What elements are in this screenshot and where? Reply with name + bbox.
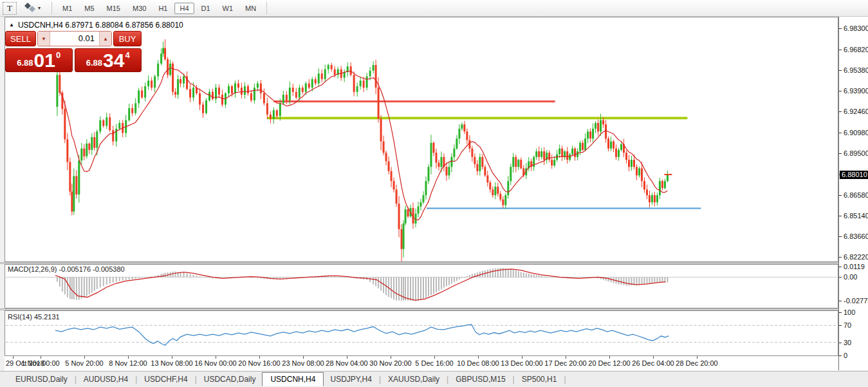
one-click-trading-panel: SELL ▼ 0.01 ▲ BUY 6.88 01 0 6.88 34 4 bbox=[5, 31, 142, 72]
price-axis: 6.983006.968206.953806.939006.924606.909… bbox=[838, 17, 868, 370]
axis-tick bbox=[839, 195, 842, 196]
timeframe-button-d1[interactable]: D1 bbox=[196, 3, 216, 14]
date-axis-label: 28 Nov 04:00 bbox=[326, 359, 367, 367]
price-axis-label: 6.90980 bbox=[844, 129, 868, 137]
date-axis-label: 8 Nov 12:00 bbox=[109, 359, 147, 367]
date-tick bbox=[609, 356, 610, 359]
arrange-windows-button[interactable]: ▾ bbox=[22, 2, 42, 15]
price-axis-label: 70 bbox=[844, 321, 851, 330]
price-axis-label: 6.98300 bbox=[844, 24, 868, 33]
date-tick bbox=[522, 356, 522, 359]
chart-tab-usdcnh[interactable]: USDCNH,H4 bbox=[262, 372, 324, 386]
timeframe-button-h4[interactable]: H4 bbox=[174, 3, 194, 14]
buy-price-point: 4 bbox=[125, 50, 129, 60]
sell-price-pips: 01 bbox=[34, 50, 55, 71]
sell-price-button[interactable]: 6.88 01 0 bbox=[5, 48, 73, 72]
date-axis-label: 30 Nov 20:00 bbox=[369, 359, 411, 367]
timeframe-button-m5[interactable]: M5 bbox=[79, 3, 99, 14]
date-axis-label: 10 Dec 08:00 bbox=[457, 359, 499, 367]
buy-price-major: 6.88 bbox=[86, 58, 102, 68]
axis-tick bbox=[839, 111, 842, 112]
date-tick bbox=[566, 356, 566, 359]
chart-tab-audusd[interactable]: AUDUSD,H4 bbox=[77, 373, 134, 386]
axis-tick bbox=[839, 70, 842, 71]
buy-price-pips: 34 bbox=[103, 50, 124, 71]
timeframe-button-m1[interactable]: M1 bbox=[57, 3, 77, 14]
price-axis-label: 6.83660 bbox=[844, 232, 868, 241]
sell-price-point: 0 bbox=[56, 50, 60, 60]
tab-separator: | bbox=[563, 375, 566, 384]
axis-tick bbox=[839, 301, 842, 301]
timeframe-button-mn[interactable]: MN bbox=[240, 3, 261, 14]
macd-label: MACD(12,26,9) -0.005176 -0.005380 bbox=[8, 265, 125, 273]
timeframe-button-m15[interactable]: M15 bbox=[102, 3, 125, 14]
date-axis-label: 16 Nov 00:00 bbox=[194, 359, 236, 367]
buy-price-button[interactable]: 6.88 34 4 bbox=[75, 48, 142, 72]
date-tick bbox=[128, 356, 129, 359]
date-axis-label: 23 Nov 08:00 bbox=[282, 359, 324, 367]
timeframe-button-group: M1M5M15M30H1H4D1W1MN bbox=[57, 3, 261, 14]
date-tick bbox=[434, 356, 435, 359]
date-tick bbox=[391, 356, 391, 359]
date-tick bbox=[84, 356, 85, 359]
date-tick bbox=[697, 356, 697, 359]
price-axis-label: 6.93900 bbox=[844, 87, 868, 95]
date-axis-label: 20 Nov 16:00 bbox=[238, 359, 280, 367]
date-tick bbox=[41, 356, 41, 359]
chart-tab-usdchf[interactable]: USDCHF,H4 bbox=[138, 373, 194, 386]
toolbar-separator bbox=[51, 2, 52, 15]
date-tick bbox=[172, 356, 172, 359]
macd-indicator-panel[interactable] bbox=[5, 264, 838, 308]
chart-title: ▲ USDCNH,H4 6.87971 6.88084 6.87856 6.88… bbox=[9, 21, 183, 30]
sell-button[interactable]: SELL bbox=[5, 31, 36, 46]
price-axis-label: 6.96820 bbox=[844, 46, 868, 54]
chart-tab-usdjpy[interactable]: USDJPY,H4 bbox=[324, 373, 378, 386]
price-axis-label: 100 bbox=[844, 308, 855, 317]
date-axis-label: 28 Dec 20:00 bbox=[676, 359, 717, 367]
macd-chart[interactable] bbox=[5, 265, 838, 308]
chart-tab-eurusd[interactable]: EURUSD,Daily bbox=[9, 373, 74, 386]
lot-size-value[interactable]: 0.01 bbox=[50, 32, 99, 46]
date-tick bbox=[13, 356, 14, 359]
price-axis-label: 6.85140 bbox=[844, 212, 868, 220]
chart-tab-xauusd[interactable]: XAUUSD,Daily bbox=[382, 373, 446, 386]
axis-tick bbox=[839, 312, 842, 313]
text-tool-button[interactable]: T bbox=[3, 2, 17, 15]
price-axis-label: 30 bbox=[844, 339, 851, 347]
buy-button[interactable]: BUY bbox=[113, 31, 142, 46]
axis-tick bbox=[839, 277, 842, 278]
date-tick bbox=[653, 356, 654, 359]
chart-tab-usdcad[interactable]: USDCAD,Daily bbox=[198, 373, 263, 386]
rsi-label: RSI(14) 45.2131 bbox=[8, 313, 60, 321]
rsi-indicator-panel[interactable] bbox=[5, 310, 838, 356]
chart-title-text: USDCNH,H4 6.87971 6.88084 6.87856 6.8801… bbox=[18, 21, 183, 30]
date-axis-label: 20 Dec 12:00 bbox=[588, 359, 630, 367]
axis-tick bbox=[839, 257, 842, 258]
timeframe-button-h1[interactable]: H1 bbox=[153, 3, 172, 14]
axis-tick bbox=[839, 325, 842, 326]
chart-tab-bar: EURUSD,Daily|AUDUSD,H4|USDCHF,H4|USDCAD,… bbox=[0, 371, 868, 387]
timeframe-button-w1[interactable]: W1 bbox=[217, 3, 239, 14]
rsi-chart[interactable] bbox=[5, 311, 838, 355]
date-tick bbox=[259, 356, 260, 359]
date-tick bbox=[303, 356, 304, 359]
timeframe-button-m30[interactable]: M30 bbox=[127, 3, 151, 14]
toolbar-separator bbox=[266, 2, 267, 15]
axis-tick bbox=[839, 236, 842, 237]
axis-tick bbox=[839, 28, 842, 29]
chart-tab-sp500[interactable]: SP500,H1 bbox=[515, 373, 564, 386]
sell-price-major: 6.88 bbox=[17, 58, 33, 68]
axis-tick bbox=[839, 216, 842, 216]
date-axis-label: 5 Nov 20:00 bbox=[65, 359, 103, 367]
axis-tick bbox=[839, 355, 842, 356]
chart-tab-gbpusd[interactable]: GBPUSD,M15 bbox=[449, 373, 512, 386]
axis-tick bbox=[839, 133, 842, 133]
price-axis-label: 6.95380 bbox=[844, 66, 868, 75]
lot-increase-button[interactable]: ▲ bbox=[99, 32, 111, 46]
expand-triangle-icon[interactable]: ▲ bbox=[9, 23, 14, 28]
date-axis-label: 13 Dec 00:00 bbox=[501, 359, 542, 367]
lot-decrease-button[interactable]: ▼ bbox=[38, 32, 50, 46]
chevron-down-icon: ▾ bbox=[38, 5, 41, 11]
axis-tick bbox=[839, 267, 842, 267]
price-axis-label: 6.92460 bbox=[844, 108, 868, 116]
